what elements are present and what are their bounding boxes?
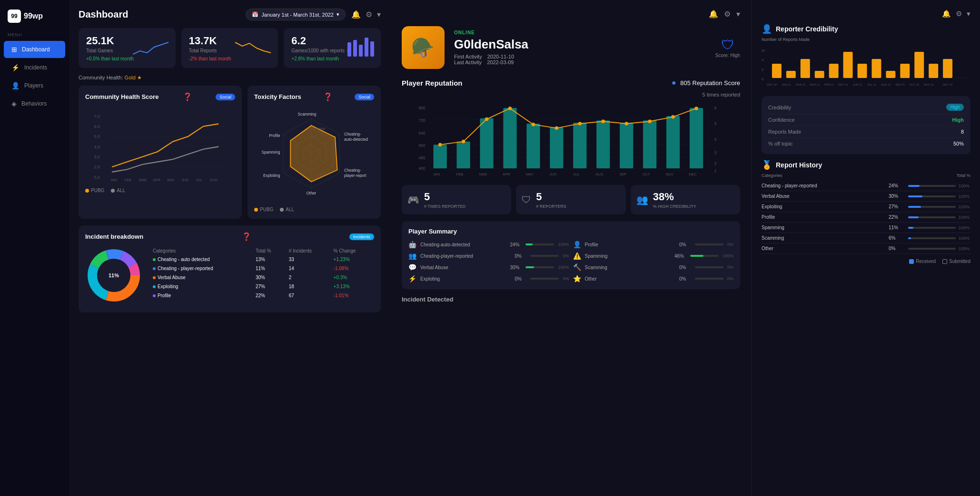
cred-val-3: 50% bbox=[953, 141, 964, 146]
svg-rect-119 bbox=[829, 64, 839, 78]
reporter-section: 🔔 ⚙ ▾ 👤 Reporter Credibility Number of R… bbox=[752, 0, 980, 496]
ps-name-4: Verbal Abuse bbox=[420, 265, 506, 270]
player-summary: Player Summary 🤖 Cheating-auto-detected … bbox=[402, 221, 740, 289]
sidebar: 99 99wp MENU ⊞ Dashboard ⚡ Incidents 👤 P… bbox=[0, 0, 69, 496]
health-score-card: Community Health Score ❓ Social 7.0 6.0 … bbox=[79, 86, 242, 219]
score-badge: 🛡 Score: High bbox=[715, 37, 740, 58]
svg-rect-73 bbox=[480, 118, 493, 168]
svg-text:OCT 21: OCT 21 bbox=[910, 83, 920, 86]
incident-table: Categories Total % # Incidents % Change … bbox=[150, 247, 374, 300]
svg-rect-71 bbox=[434, 145, 447, 168]
ps-name-7: Other bbox=[585, 276, 675, 282]
dashboard-icon: ⊞ bbox=[11, 46, 17, 53]
rh-table-header: Categories Total % bbox=[762, 173, 970, 178]
ps-icon-1: 👤 bbox=[573, 241, 581, 248]
rh-pct-0: 24% bbox=[889, 183, 905, 188]
shield-icon-2: 🛡 bbox=[522, 195, 531, 205]
svg-text:MAY 21: MAY 21 bbox=[838, 83, 848, 86]
incident-content: 11% Categories Total % # Incidents % Cha… bbox=[85, 247, 374, 306]
svg-text:APR: APR bbox=[153, 178, 161, 182]
rh-name-3: Profile bbox=[762, 214, 889, 220]
table-row: Verbal Abuse 30% 2 +0.3% bbox=[150, 273, 374, 282]
row-name-0: Cheating - auto detected bbox=[158, 257, 210, 262]
rh-name-6: Other bbox=[762, 246, 889, 251]
incident-breakdown-card: Incident breakdown ❓ Incidents bbox=[79, 225, 381, 312]
stat-badge-label-2: % HIGH CREDIBILITY bbox=[653, 204, 696, 209]
date-badge[interactable]: 📅 January 1st - March 31st, 2022 ▾ bbox=[246, 9, 346, 20]
stat-badge-label-1: # REPORTERS bbox=[536, 204, 566, 209]
player-meta: First Activity 2020-11-10 bbox=[454, 54, 528, 59]
bell-icon-right[interactable]: 🔔 bbox=[709, 10, 718, 19]
chevron-icon-right[interactable]: ▾ bbox=[736, 10, 740, 19]
svg-text:4: 4 bbox=[762, 58, 764, 62]
bell-icon-reporter[interactable]: 🔔 bbox=[942, 10, 951, 18]
stat-card-games: 25.1K Total Games +0.5% than last month bbox=[79, 28, 176, 68]
reporter-credibility-title: Reporter Credibility bbox=[776, 25, 838, 33]
stat-chart-reports bbox=[235, 38, 273, 58]
svg-point-86 bbox=[508, 107, 512, 110]
svg-text:player-report: player-report bbox=[344, 174, 366, 178]
svg-rect-75 bbox=[526, 124, 540, 168]
chevron-icon[interactable]: ▾ bbox=[377, 10, 381, 19]
gear-icon-reporter[interactable]: ⚙ bbox=[956, 10, 962, 18]
svg-point-92 bbox=[648, 119, 652, 123]
row-count-4: 67 bbox=[286, 291, 331, 300]
rh-bar-1 bbox=[908, 195, 956, 197]
ps-bar-7 bbox=[695, 278, 723, 280]
svg-text:JUN: JUN bbox=[550, 172, 557, 176]
right-topbar2: 🔔 ⚙ ▾ bbox=[762, 10, 970, 18]
sidebar-item-incidents[interactable]: ⚡ Incidents bbox=[4, 59, 65, 76]
sidebar-item-players[interactable]: 👤 Players bbox=[4, 77, 65, 94]
toxicity-card: Toxicity Factors ❓ Social bbox=[247, 86, 381, 219]
ps-pct-1: 0% bbox=[679, 242, 691, 247]
svg-text:MAR: MAR bbox=[139, 178, 147, 182]
incident-breakdown-header: Incident breakdown ❓ Incidents bbox=[85, 232, 374, 241]
tox-legend-all: ALL bbox=[280, 207, 294, 212]
ps-bar-0 bbox=[525, 243, 554, 245]
toxicity-badge: Social bbox=[355, 94, 374, 100]
toxicity-header: Toxicity Factors ❓ Social bbox=[254, 92, 374, 101]
ps-pct-3: 46% bbox=[674, 253, 686, 259]
ps-bar-1 bbox=[695, 243, 723, 245]
col-change: % Change bbox=[331, 247, 374, 255]
ps-item-7: ⭐ Other 0% 0% bbox=[573, 275, 734, 282]
stat-card-reports: 13.7K Total Reports -2% than last month bbox=[181, 28, 278, 68]
cred-val-2: 8 bbox=[961, 129, 964, 135]
rh-name-4: Spamming bbox=[762, 225, 889, 230]
stats-badges: 🎮 5 # TIMES REPORTED 🛡 5 # REPORTERS 👥 3… bbox=[402, 185, 740, 214]
donut-chart: 11% bbox=[85, 247, 142, 304]
svg-rect-120 bbox=[843, 52, 853, 78]
svg-text:Other: Other bbox=[307, 191, 317, 195]
health-chart-header: Community Health Score ❓ Social bbox=[85, 92, 235, 101]
row-pct-4: 22% bbox=[253, 291, 286, 300]
reporter-credibility-header: 👤 Reporter Credibility bbox=[762, 24, 970, 34]
top-icons: 🔔 ⚙ ▾ bbox=[351, 10, 381, 19]
col-incidents: # Incidents bbox=[286, 247, 331, 255]
cred-key-2: Reports Made bbox=[768, 129, 801, 135]
row-count-3: 18 bbox=[286, 282, 331, 291]
ps-icon-3: ⚠️ bbox=[573, 252, 581, 260]
chevron-icon-reporter[interactable]: ▾ bbox=[967, 10, 970, 18]
svg-text:MAR 21: MAR 21 bbox=[810, 83, 820, 86]
health-legend: PUBG ALL bbox=[85, 188, 235, 193]
menu-label: MENU bbox=[0, 32, 69, 41]
table-row: Cheating - player-reported 11% 14 -1.08% bbox=[150, 264, 374, 273]
svg-text:High: High bbox=[312, 136, 319, 139]
sidebar-item-behaviors[interactable]: ◈ Behaviors bbox=[4, 95, 65, 112]
tox-legend-pubg: PUBG bbox=[254, 207, 273, 212]
incident-breakdown-title: Incident breakdown bbox=[85, 233, 143, 240]
incident-detected: Incident Detected bbox=[402, 296, 740, 303]
bottom-legend: Received Submitted bbox=[762, 259, 970, 264]
row-change-2: +0.3% bbox=[331, 273, 374, 282]
behaviors-icon: ◈ bbox=[11, 100, 17, 107]
gear-icon[interactable]: ⚙ bbox=[366, 10, 372, 19]
bell-icon[interactable]: 🔔 bbox=[351, 10, 361, 19]
svg-text:JAN: JAN bbox=[110, 178, 117, 182]
gear-icon-right[interactable]: ⚙ bbox=[724, 10, 731, 19]
rh-row-4: Spamming 11% 100% bbox=[762, 223, 970, 233]
rh-pct-3: 22% bbox=[889, 214, 905, 220]
ps-pct-7: 0% bbox=[679, 276, 691, 282]
sidebar-item-dashboard[interactable]: ⊞ Dashboard bbox=[4, 41, 65, 58]
svg-text:NOV 21: NOV 21 bbox=[924, 83, 934, 86]
rh-row-3: Profile 22% 100% bbox=[762, 212, 970, 223]
